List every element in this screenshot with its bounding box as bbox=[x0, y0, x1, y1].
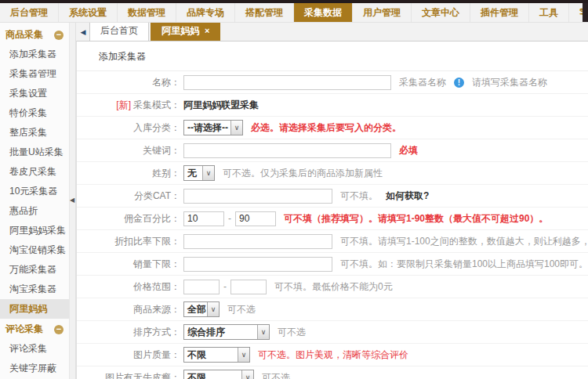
field-label: 排序方式： bbox=[77, 326, 180, 339]
tab-label: 阿里妈妈 bbox=[162, 24, 199, 38]
chevron-down-icon: ∨ bbox=[238, 348, 249, 362]
field-label-text: 关键词： bbox=[143, 145, 180, 156]
hint-text: 必填 bbox=[399, 144, 418, 157]
gender-select[interactable]: 无∨ bbox=[183, 165, 215, 181]
content-tab[interactable]: 阿里妈妈× bbox=[151, 21, 220, 41]
page-title: 添加采集器 bbox=[77, 42, 588, 71]
hint-text: 采集器名称 bbox=[399, 76, 446, 89]
sidebar-section-title: 商品采集 bbox=[5, 28, 43, 42]
navbar-right-edge bbox=[583, 3, 588, 22]
form-row-keyword: 关键词：必填 bbox=[77, 139, 588, 162]
img-quality-select[interactable]: 不限∨ bbox=[183, 347, 250, 363]
field-label: 佣金百分比： bbox=[77, 212, 180, 226]
sidebar-divider: ◀ bbox=[69, 23, 76, 379]
hint-text: 请填写采集器名称 bbox=[472, 76, 547, 89]
collapse-minus-icon[interactable]: − bbox=[54, 31, 64, 40]
add-collector-form: 名称：采集器名称!请填写采集器名称[新]采集模式：阿里妈妈联盟采集入库分类：--… bbox=[77, 71, 588, 379]
chevron-down-icon: ∨ bbox=[207, 302, 219, 316]
sidebar-item[interactable]: 淘宝采集器 bbox=[0, 280, 69, 299]
form-row-commission: 佣金百分比：-可不填（推荐填写）。请填写1-90整数（最大值不可超过90）。 bbox=[77, 208, 588, 230]
nav-item[interactable]: 文章中心 bbox=[412, 3, 470, 22]
store-category-select[interactable]: --请选择--∨ bbox=[183, 120, 243, 135]
keyword-input[interactable] bbox=[183, 143, 391, 158]
hint-text: 可不选 bbox=[227, 303, 256, 316]
form-row-sort: 排序方式：综合排序∨可不选 bbox=[77, 321, 588, 344]
field-label: 分类CAT： bbox=[77, 190, 180, 203]
sidebar-item[interactable]: 整店采集 bbox=[0, 123, 69, 143]
img-psoriasis-select[interactable]: 不限∨ bbox=[183, 370, 254, 379]
form-row-sales-floor: 销量下限：可不填。如：要限制只采集销量100以上商品填写100即可。 bbox=[77, 253, 588, 276]
field-label-text: 排序方式： bbox=[133, 327, 180, 337]
commission-input-2[interactable] bbox=[235, 211, 276, 226]
nav-item[interactable]: 采集数据 bbox=[294, 3, 353, 22]
sidebar-item[interactable]: 10元采集器 bbox=[0, 182, 69, 201]
cat-input[interactable] bbox=[183, 189, 332, 204]
hint-text: 必选。请选择采集后要写入的分类。 bbox=[251, 121, 401, 135]
field-label: 图片有无牛皮癣： bbox=[77, 371, 180, 379]
sidebar-item[interactable]: 惠品折 bbox=[0, 201, 69, 221]
hint-text: 可不填。请填写1-100之间的整数，数值越大，则让利越多，无折扣限制则不填写。 bbox=[340, 235, 588, 248]
info-icon: ! bbox=[454, 78, 464, 88]
field-controls: 可不填。如：要限制只采集销量100以上商品填写100即可。 bbox=[183, 257, 588, 272]
field-label-text: 折扣比率下限： bbox=[114, 236, 180, 247]
sidebar-section-header[interactable]: 商品采集− bbox=[0, 24, 69, 45]
source-select[interactable]: 全部∨ bbox=[183, 301, 220, 317]
field-label-text: 名称： bbox=[152, 77, 180, 88]
collapse-minus-icon[interactable]: − bbox=[54, 325, 64, 334]
nav-item[interactable]: 后台管理 bbox=[0, 3, 59, 22]
sidebar-item[interactable]: 卷皮尺采集 bbox=[0, 162, 69, 182]
form-row-discount-floor: 折扣比率下限：可不填。请填写1-100之间的整数，数值越大，则让利越多，无折扣限… bbox=[77, 230, 588, 253]
sidebar-item[interactable]: 特价采集 bbox=[0, 103, 69, 123]
nav-item[interactable]: 插件管理 bbox=[470, 3, 529, 22]
tab-bar: ◀ 后台首页阿里妈妈× bbox=[76, 23, 588, 41]
field-controls: 不限∨可不选。图片美观，清晰等综合评价 bbox=[183, 347, 408, 363]
sidebar-item[interactable]: 关键字屏蔽 bbox=[0, 359, 69, 378]
range-dash: - bbox=[223, 281, 227, 292]
discount-floor-input[interactable] bbox=[183, 234, 332, 249]
nav-item[interactable]: 用户管理 bbox=[353, 3, 412, 22]
tab-scroll-left-icon[interactable]: ◀ bbox=[77, 28, 89, 36]
range-dash: - bbox=[228, 213, 231, 224]
field-controls: 不限∨可不选 bbox=[183, 370, 290, 379]
sidebar-section-header[interactable]: 评论采集− bbox=[0, 319, 69, 339]
sidebar-item[interactable]: 万能采集器 bbox=[0, 260, 69, 280]
sidebar-item[interactable]: 阿里妈妈采集 bbox=[0, 221, 69, 240]
nav-item[interactable]: 工具 bbox=[529, 3, 569, 22]
sidebar-item[interactable]: 采集器管理 bbox=[0, 64, 69, 84]
field-controls: --请选择--∨必选。请选择采集后要写入的分类。 bbox=[183, 120, 401, 135]
form-row-store-category: 入库分类：--请选择--∨必选。请选择采集后要写入的分类。 bbox=[77, 117, 588, 139]
sidebar-item[interactable]: 淘宝促销采集 bbox=[0, 240, 69, 260]
hint-link[interactable]: 如何获取? bbox=[386, 190, 429, 203]
content-panel: 添加采集器 名称：采集器名称!请填写采集器名称[新]采集模式：阿里妈妈联盟采集入… bbox=[76, 41, 588, 379]
sidebar-item[interactable]: 评论采集 bbox=[0, 339, 69, 359]
close-icon[interactable]: × bbox=[205, 27, 209, 35]
nav-item[interactable]: 搭配管理 bbox=[235, 3, 294, 22]
sort-select[interactable]: 综合排序∨ bbox=[183, 324, 270, 340]
price-range-input-2[interactable] bbox=[230, 280, 267, 294]
name-input[interactable] bbox=[183, 75, 391, 90]
form-row-img-psoriasis: 图片有无牛皮癣：不限∨可不选 bbox=[77, 366, 588, 379]
content-tab[interactable]: 后台首页 bbox=[89, 21, 149, 41]
nav-item[interactable]: 数据管理 bbox=[118, 3, 176, 22]
field-controls: 必填 bbox=[183, 143, 418, 158]
field-label-text: 图片有无牛皮癣： bbox=[105, 372, 180, 379]
field-label: 商品来源： bbox=[77, 303, 180, 316]
commission-input-1[interactable] bbox=[183, 211, 224, 226]
nav-item[interactable]: 系统设置 bbox=[59, 3, 118, 22]
field-label: 折扣比率下限： bbox=[77, 235, 180, 248]
chevron-down-icon: ∨ bbox=[230, 121, 242, 135]
sidebar-item[interactable]: 批量U站采集 bbox=[0, 143, 69, 162]
hint-text: 可不选 bbox=[262, 371, 290, 379]
field-controls: 综合排序∨可不选 bbox=[183, 324, 306, 340]
price-range-input-1[interactable] bbox=[183, 280, 220, 294]
sidebar-collapse-arrow-icon[interactable]: ◀ bbox=[70, 197, 74, 204]
sidebar-item[interactable]: 阿里妈妈 bbox=[0, 299, 69, 319]
chevron-down-icon: ∨ bbox=[202, 166, 214, 180]
field-label: 姓别： bbox=[77, 167, 180, 180]
sales-floor-input[interactable] bbox=[183, 257, 332, 272]
sidebar-item[interactable]: 采集设置 bbox=[0, 84, 69, 103]
mode-value: 阿里妈妈联盟采集 bbox=[183, 99, 259, 112]
main-layout: 商品采集−添加采集器采集器管理采集设置特价采集整店采集批量U站采集卷皮尺采集10… bbox=[0, 23, 588, 379]
nav-item[interactable]: 品牌专场 bbox=[176, 3, 235, 22]
sidebar-item[interactable]: 添加采集器 bbox=[0, 45, 69, 64]
